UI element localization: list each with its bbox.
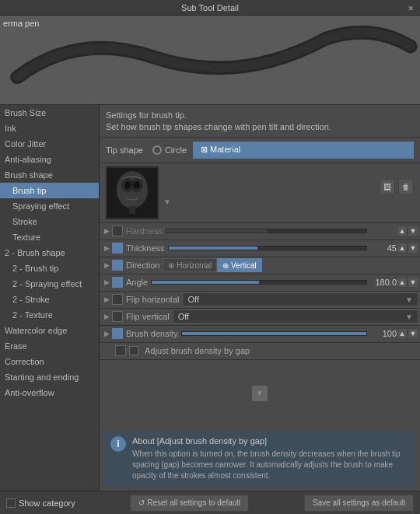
density-toggle[interactable] — [112, 328, 123, 339]
sidebar-item-anti-aliasing[interactable]: Anti-aliasing — [0, 152, 99, 167]
thickness-row: ▶ Thickness 45 ▲ ▼ — [100, 240, 420, 257]
save-default-button[interactable]: Save all settings as default — [304, 495, 414, 512]
sidebar-item-stroke-2[interactable]: 2 - Stroke — [0, 292, 99, 307]
angle-toggle[interactable] — [112, 277, 123, 288]
flip-v-toggle[interactable] — [112, 311, 123, 322]
vertical-btn[interactable]: ⊕ Vertical — [217, 258, 262, 272]
show-category-label: Show category — [19, 498, 75, 508]
gap-expand[interactable] — [101, 345, 112, 356]
info-box: i About [Adjust brush density by gap] Wh… — [104, 432, 415, 486]
direction-toggle[interactable] — [112, 260, 123, 271]
angle-expand[interactable]: ▶ — [101, 277, 112, 288]
sidebar-item-texture-2[interactable]: 2 - Texture — [0, 307, 99, 323]
flip-h-value: Off — [187, 295, 198, 304]
hardness-row: ▶ Hardness ▲ ▼ — [100, 223, 420, 240]
angle-up[interactable]: ▲ — [397, 277, 408, 288]
close-button[interactable]: × — [404, 2, 417, 14]
angle-fill — [152, 281, 259, 284]
bottom-bar: Show category ↺ Reset all settings to de… — [0, 491, 420, 514]
sidebar-item-stroke[interactable]: Stroke — [0, 214, 99, 229]
sidebar-item-spraying-effect[interactable]: Spraying effect — [0, 198, 99, 214]
show-category-checkbox[interactable] — [6, 498, 16, 508]
flip-vertical-row: ▶ Flip vertical Off ▼ — [100, 309, 420, 326]
sidebar-item-starting-ending[interactable]: Starting and ending — [0, 369, 99, 385]
flip-h-expand[interactable]: ▶ — [101, 294, 112, 305]
sidebar: Brush SizeInkColor JitterAnti-aliasingBr… — [0, 105, 100, 491]
density-expand[interactable]: ▶ — [101, 328, 112, 339]
tip-controls: 🖼 🗑 ▼ — [163, 179, 414, 206]
angle-slider[interactable] — [151, 280, 367, 285]
gap-checkbox[interactable] — [129, 346, 138, 355]
flip-h-toggle[interactable] — [112, 294, 123, 305]
delete-icon[interactable]: 🗑 — [398, 179, 414, 194]
preview-area: erma pen — [0, 16, 420, 105]
menu-icon: ▼ — [163, 198, 171, 206]
flip-v-expand[interactable]: ▶ — [101, 311, 112, 322]
flip-v-label: Flip vertical — [123, 312, 173, 321]
sidebar-item-brush-shape-2[interactable]: 2 - Brush shape — [0, 245, 99, 260]
thickness-slider[interactable] — [168, 246, 367, 250]
hardness-down[interactable]: ▼ — [408, 226, 418, 236]
hardness-slider-area[interactable]: Hardness — [123, 223, 367, 240]
info-icon: i — [110, 436, 126, 452]
sidebar-item-brush-shape[interactable]: Brush shape — [0, 167, 99, 183]
hardness-slider[interactable] — [166, 229, 367, 233]
density-up[interactable]: ▲ — [397, 328, 408, 339]
flip-h-area[interactable]: Flip horizontal Off ▼ — [123, 292, 418, 308]
sidebar-item-erase[interactable]: Erase — [0, 338, 99, 354]
thickness-up[interactable]: ▲ — [397, 243, 408, 254]
direction-row: ▶ Direction ⊕ Horizontal ⊕ Vertical — [100, 257, 420, 274]
window-title: Sub Tool Detail — [181, 3, 239, 12]
settings-header-line2: Set how brush tip shapes change with pen… — [106, 121, 414, 133]
angle-down[interactable]: ▼ — [408, 277, 418, 288]
sidebar-item-color-jitter[interactable]: Color Jitter — [0, 136, 99, 152]
flip-v-arrow: ▼ — [405, 313, 413, 321]
thickness-expand[interactable]: ▶ — [101, 243, 112, 254]
info-content: About [Adjust brush density by gap] When… — [132, 436, 409, 481]
flip-v-dropdown[interactable]: Off ▼ — [173, 309, 418, 323]
flip-v-area[interactable]: Flip vertical Off ▼ — [123, 309, 418, 325]
sidebar-item-spraying-effect-2[interactable]: 2 - Spraying effect — [0, 276, 99, 292]
sidebar-item-brush-tip-2[interactable]: 2 - Brush tip — [0, 260, 99, 276]
sidebar-item-anti-overflow[interactable]: Anti-overflow — [0, 385, 99, 400]
flip-horizontal-row: ▶ Flip horizontal Off ▼ — [100, 292, 420, 309]
hardness-up[interactable]: ▲ — [397, 226, 408, 236]
thickness-down[interactable]: ▼ — [408, 243, 418, 254]
scroll-thumb[interactable]: ▼ — [252, 386, 268, 401]
content-area: Brush SizeInkColor JitterAnti-aliasingBr… — [0, 105, 420, 491]
flip-h-dropdown[interactable]: Off ▼ — [182, 292, 418, 306]
direction-label: Direction — [123, 260, 163, 270]
flip-h-arrow: ▼ — [405, 295, 413, 304]
preview-label: erma pen — [3, 19, 39, 28]
angle-slider-area[interactable]: Angle — [123, 274, 367, 291]
direction-expand[interactable]: ▶ — [101, 260, 112, 271]
sidebar-item-correction[interactable]: Correction — [0, 354, 99, 369]
sidebar-item-ink[interactable]: Ink — [0, 121, 99, 136]
density-down[interactable]: ▼ — [408, 328, 418, 339]
svg-rect-7 — [129, 206, 135, 214]
reset-button[interactable]: ↺ Reset all settings to default — [130, 495, 249, 512]
density-slider[interactable] — [181, 331, 367, 336]
show-category[interactable]: Show category — [6, 498, 75, 508]
image-add-icon[interactable]: 🖼 — [380, 179, 395, 194]
hardness-expand[interactable]: ▶ — [101, 226, 112, 236]
circle-radio[interactable] — [152, 145, 162, 155]
hardness-toggle[interactable] — [112, 226, 123, 236]
density-slider-area[interactable]: Brush density — [123, 326, 367, 342]
density-fill — [182, 332, 366, 335]
sidebar-item-brush-tip[interactable]: Brush tip — [0, 183, 99, 198]
thickness-slider-area[interactable]: Thickness — [123, 240, 367, 257]
sidebar-item-brush-size[interactable]: Brush Size — [0, 105, 99, 121]
tip-image-svg — [107, 168, 157, 218]
hardness-label: Hardness — [123, 226, 166, 236]
horizontal-btn[interactable]: ⊕ Horizontal — [163, 258, 217, 272]
sidebar-item-texture[interactable]: Texture — [0, 229, 99, 245]
tip-shape-row: Tip shape Circle ⊠ Material — [100, 138, 420, 163]
gap-toggle[interactable] — [115, 345, 126, 356]
thickness-toggle[interactable] — [112, 243, 123, 254]
sidebar-item-watercolor-edge[interactable]: Watercolor edge — [0, 323, 99, 338]
material-button[interactable]: ⊠ Material — [193, 142, 414, 159]
right-panel: Settings for brush tip. Set how brush ti… — [100, 105, 420, 491]
circle-option[interactable]: Circle — [152, 145, 187, 155]
settings-header: Settings for brush tip. Set how brush ti… — [100, 105, 420, 138]
